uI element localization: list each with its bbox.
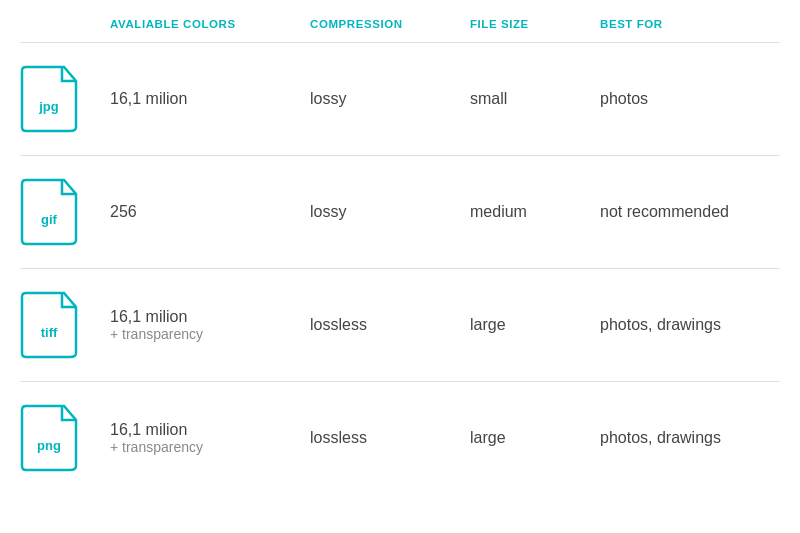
gif-filesize: medium [470,203,600,221]
svg-text:jpg: jpg [38,99,59,114]
gif-colors: 256 [110,203,310,221]
png-compression: lossless [310,429,470,447]
jpg-bestfor: photos [600,90,780,108]
header-colors: AVALIABLE COLORS [110,18,310,30]
tiff-compression: lossless [310,316,470,334]
jpg-icon: jpg [20,65,110,133]
tiff-icon: tiff [20,291,110,359]
svg-text:png: png [37,438,61,453]
tiff-filesize: large [470,316,600,334]
tiff-bestfor: photos, drawings [600,316,780,334]
table-body: jpg16,1 milionlossysmallphotosgif256loss… [20,42,780,494]
table-row: jpg16,1 milionlossysmallphotos [20,42,780,155]
gif-bestfor: not recommended [600,203,780,221]
header-compression: COMPRESSION [310,18,470,30]
jpg-filesize: small [470,90,600,108]
png-bestfor: photos, drawings [600,429,780,447]
gif-icon: gif [20,178,110,246]
table-row: tiff16,1 milion+ transparencylosslesslar… [20,268,780,381]
header-bestfor: BEST FOR [600,18,780,30]
svg-text:tiff: tiff [41,325,58,340]
comparison-table: AVALIABLE COLORS COMPRESSION FILE SIZE B… [0,0,800,494]
png-filesize: large [470,429,600,447]
tiff-colors: 16,1 milion+ transparency [110,308,310,342]
jpg-compression: lossy [310,90,470,108]
jpg-colors: 16,1 milion [110,90,310,108]
png-icon: png [20,404,110,472]
header-filesize: FILE SIZE [470,18,600,30]
table-row: gif256lossymediumnot recommended [20,155,780,268]
table-header: AVALIABLE COLORS COMPRESSION FILE SIZE B… [20,0,780,42]
png-colors: 16,1 milion+ transparency [110,421,310,455]
table-row: png16,1 milion+ transparencylosslesslarg… [20,381,780,494]
gif-compression: lossy [310,203,470,221]
svg-text:gif: gif [41,212,58,227]
